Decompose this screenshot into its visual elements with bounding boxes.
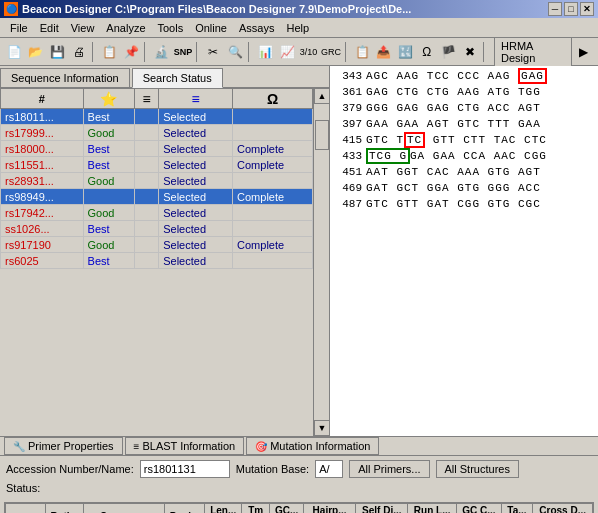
menu-item-edit[interactable]: Edit (34, 20, 65, 36)
menu-item-view[interactable]: View (65, 20, 101, 36)
accession-label: Accession Number/Name: (6, 463, 134, 475)
hrma-label: HRMA Design (494, 37, 572, 67)
search-button[interactable]: 🔍 (225, 41, 246, 63)
sequence-row: 469GAT GCT GGA GTG GGG ACC (332, 180, 596, 196)
col-selfdi: Self Di...kcal/mol (356, 504, 408, 514)
sequence-row: 379GGG GAG GAG CTG ACC AGT (332, 100, 596, 116)
sequence-row: 343AGC AAG TCC CCC AAG GAG (332, 68, 596, 84)
omega-button[interactable]: Ω (416, 41, 437, 63)
all-structures-button[interactable]: All Structures (436, 460, 519, 478)
col-header-id: # (1, 89, 84, 109)
tab-mutation-information[interactable]: 🎯 Mutation Information (246, 437, 379, 455)
col-runl: Run L...bp (408, 504, 457, 514)
save-button[interactable]: 💾 (47, 41, 68, 63)
status-label: Status: (6, 482, 40, 494)
new-button[interactable]: 📄 (4, 41, 25, 63)
sequence-row: 451AAT GGT CAC AAA GTG AGT (332, 164, 596, 180)
report-button[interactable]: 📋 (352, 41, 373, 63)
col-length: Len...bp (205, 504, 242, 514)
fraction-button[interactable]: 3/10 (298, 41, 319, 63)
left-panel: Sequence Information Search Status # ⭐ ≡… (0, 66, 330, 436)
analyze-button[interactable]: 🔬 (151, 41, 172, 63)
blast-area: Accession Number/Name: Mutation Base: Al… (0, 456, 598, 502)
tab-sequence-information[interactable]: Sequence Information (0, 68, 130, 87)
data-table: Rati... Sequence Posi... Len...bp Tm°C G… (5, 503, 593, 513)
table-row[interactable]: rs18011...BestSelected (1, 109, 313, 125)
tab-primer-properties[interactable]: 🔧 Primer Properties (4, 437, 123, 455)
export-button[interactable]: 📤 (373, 41, 394, 63)
flag-button[interactable]: 🏴 (438, 41, 459, 63)
separator-1 (92, 42, 96, 62)
col-position: Posi... (164, 504, 204, 514)
table-row[interactable]: rs18000...BestSelectedComplete (1, 141, 313, 157)
menu-item-assays[interactable]: Assays (233, 20, 280, 36)
table-row[interactable]: rs98949...SelectedComplete (1, 189, 313, 205)
tab-primer-label: Primer Properties (28, 440, 114, 452)
print-button[interactable]: 🖨 (69, 41, 90, 63)
table-row[interactable]: ss1026...BestSelected (1, 221, 313, 237)
bottom-section: 🔧 Primer Properties ≡ BLAST Information … (0, 436, 598, 513)
window-title: Beacon Designer C:\Program Files\Beacon … (22, 3, 548, 15)
tab-search-status[interactable]: Search Status (132, 68, 223, 88)
sequence-table-body: rs18011...BestSelectedrs17999...GoodSele… (1, 109, 313, 269)
col-gcc: GC C...°C (456, 504, 501, 514)
paste-button[interactable]: 📌 (121, 41, 142, 63)
col-header-2: ⭐ (83, 89, 134, 109)
table-scrollbar[interactable]: ▲ ▼ (313, 88, 329, 436)
arrow-right-button[interactable]: ▶ (573, 41, 594, 63)
bottom-tab-bar: 🔧 Primer Properties ≡ BLAST Information … (0, 437, 598, 456)
filter-button[interactable]: 🔣 (395, 41, 416, 63)
blast-icon: ≡ (134, 441, 140, 452)
menu-item-help[interactable]: Help (280, 20, 315, 36)
scroll-up-button[interactable]: ▲ (314, 88, 329, 104)
separator-3 (196, 42, 200, 62)
chart1-button[interactable]: 📊 (255, 41, 276, 63)
tab-mutation-label: Mutation Information (270, 440, 370, 452)
tab-blast-information[interactable]: ≡ BLAST Information (125, 437, 245, 455)
table-row[interactable]: rs17999...GoodSelected (1, 125, 313, 141)
scroll-down-button[interactable]: ▼ (314, 420, 329, 436)
sequence-row: 433TCG GGA GAA CCA AAC CGG (332, 148, 596, 164)
menu-item-tools[interactable]: Tools (152, 20, 190, 36)
table-row[interactable]: rs6025BestSelected (1, 253, 313, 269)
accession-input[interactable] (140, 460, 230, 478)
menu-item-analyze[interactable]: Analyze (100, 20, 151, 36)
snp-button[interactable]: SNP (173, 41, 194, 63)
open-button[interactable]: 📂 (26, 41, 47, 63)
table-row[interactable]: rs17942...GoodSelected (1, 205, 313, 221)
col-sequence: Sequence (83, 504, 164, 514)
scroll-thumb[interactable] (315, 120, 329, 150)
data-table-header-row: Rati... Sequence Posi... Len...bp Tm°C G… (6, 504, 593, 514)
minimize-button[interactable]: ─ (548, 2, 562, 16)
blast-accession-row: Accession Number/Name: Mutation Base: Al… (6, 460, 592, 478)
chart2-button[interactable]: 📈 (277, 41, 298, 63)
app-icon: 🔵 (4, 2, 18, 16)
table-row[interactable]: rs11551...BestSelectedComplete (1, 157, 313, 173)
status-row: Status: (6, 482, 592, 494)
sequence-table-container: # ⭐ ≡ ≡ Ω rs18011...BestSelectedrs17999.… (0, 88, 329, 436)
close-button[interactable]: ✕ (580, 2, 594, 16)
menubar: FileEditViewAnalyzeToolsOnlineAssaysHelp (0, 18, 598, 38)
maximize-button[interactable]: □ (564, 2, 578, 16)
sequence-display: 343AGC AAG TCC CCC AAG GAG361GAG CTG CTG… (332, 68, 596, 212)
table-row[interactable]: rs917190GoodSelectedComplete (1, 237, 313, 253)
sequence-row: 361GAG CTG CTG AAG ATG TGG (332, 84, 596, 100)
mutation-input[interactable] (315, 460, 343, 478)
right-panel: 343AGC AAG TCC CCC AAG GAG361GAG CTG CTG… (330, 66, 598, 436)
sequence-table: # ⭐ ≡ ≡ Ω rs18011...BestSelectedrs17999.… (0, 88, 313, 269)
toolbar: 📄 📂 💾 🖨 📋 📌 🔬 SNP ✂ 🔍 📊 📈 3/10 GRC 📋 📤 🔣… (0, 38, 598, 66)
scissors-button[interactable]: ✂ (203, 41, 224, 63)
col-type (6, 504, 46, 514)
main-area: Sequence Information Search Status # ⭐ ≡… (0, 66, 598, 436)
sequence-row: 397GAA GAA AGT GTC TTT GAA (332, 116, 596, 132)
grc-button[interactable]: GRC (320, 41, 342, 63)
cross-button[interactable]: ✖ (460, 41, 481, 63)
copy-button[interactable]: 📋 (99, 41, 120, 63)
separator-2 (144, 42, 148, 62)
table-row[interactable]: rs28931...GoodSelected (1, 173, 313, 189)
col-crossd: Cross D...kcal/mol (533, 504, 593, 514)
menu-item-file[interactable]: File (4, 20, 34, 36)
menu-item-online[interactable]: Online (189, 20, 233, 36)
separator-5 (345, 42, 349, 62)
all-primers-button[interactable]: All Primers... (349, 460, 429, 478)
